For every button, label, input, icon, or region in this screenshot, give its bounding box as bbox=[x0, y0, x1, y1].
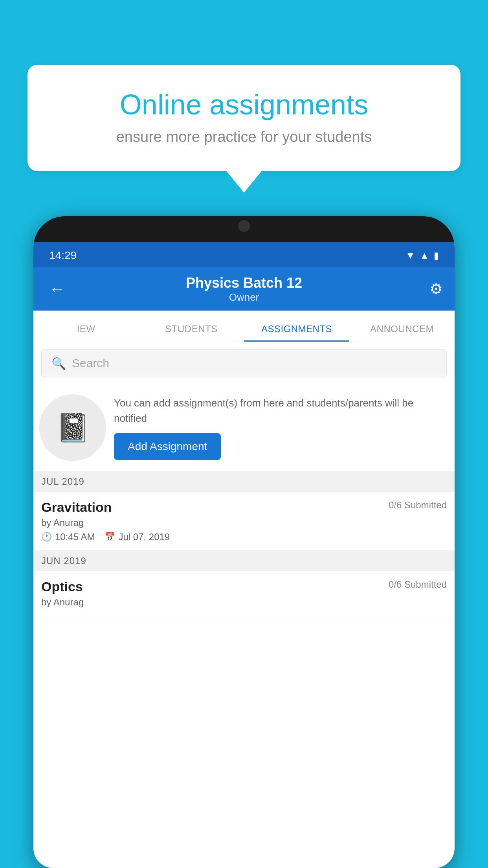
app-bar: ← Physics Batch 12 Owner ⚙ bbox=[33, 267, 455, 311]
battery-icon: ▮ bbox=[434, 250, 439, 261]
promo-content: You can add assignment(s) from here and … bbox=[114, 395, 447, 460]
phone-frame: 14:29 ▼ ▲ ▮ ← Physics Batch 12 Owner ⚙ I… bbox=[33, 216, 455, 868]
search-bar[interactable]: 🔍 Search bbox=[41, 349, 447, 377]
assignment-by-optics: by Anurag bbox=[41, 597, 447, 608]
status-icons: ▼ ▲ ▮ bbox=[405, 250, 439, 261]
app-bar-title-container: Physics Batch 12 Owner bbox=[69, 275, 419, 303]
assignment-time: 🕐 10:45 AM bbox=[41, 531, 95, 542]
promo-text: You can add assignment(s) from here and … bbox=[114, 395, 447, 426]
section-header-jul: JUL 2019 bbox=[33, 471, 455, 492]
app-bar-title: Physics Batch 12 bbox=[69, 275, 419, 291]
assignment-title: Gravitation bbox=[41, 500, 112, 515]
tab-bar: IEW STUDENTS ASSIGNMENTS ANNOUNCEM bbox=[33, 311, 455, 342]
calendar-icon: 📅 bbox=[105, 532, 115, 542]
assignment-header: Gravitation 0/6 Submitted bbox=[41, 500, 447, 515]
add-assignment-button[interactable]: Add Assignment bbox=[114, 433, 221, 460]
tab-students[interactable]: STUDENTS bbox=[139, 324, 244, 342]
section-header-jun: JUN 2019 bbox=[33, 551, 455, 571]
status-bar: 14:29 ▼ ▲ ▮ bbox=[33, 242, 455, 267]
signal-icon: ▲ bbox=[420, 250, 429, 261]
assignment-submitted: 0/6 Submitted bbox=[389, 500, 447, 511]
assignment-by: by Anurag bbox=[41, 517, 447, 528]
clock-icon: 🕐 bbox=[41, 532, 52, 542]
tab-assignments[interactable]: ASSIGNMENTS bbox=[244, 324, 349, 342]
assignment-header-optics: Optics 0/6 Submitted bbox=[41, 579, 447, 594]
assignment-meta: 🕐 10:45 AM 📅 Jul 07, 2019 bbox=[41, 531, 447, 542]
tab-iew[interactable]: IEW bbox=[33, 324, 139, 342]
tab-announcements[interactable]: ANNOUNCEM bbox=[349, 324, 455, 342]
app-bar-subtitle: Owner bbox=[69, 291, 419, 303]
phone-notch bbox=[209, 216, 279, 236]
speech-bubble-title: Online assignments bbox=[55, 88, 433, 121]
speech-bubble-tail bbox=[226, 171, 262, 193]
table-row[interactable]: Optics 0/6 Submitted by Anurag bbox=[33, 571, 455, 619]
assignment-submitted-optics: 0/6 Submitted bbox=[389, 579, 447, 590]
settings-button[interactable]: ⚙ bbox=[429, 280, 443, 298]
search-container: 🔍 Search bbox=[33, 342, 455, 384]
promo-section: 📓 You can add assignment(s) from here an… bbox=[33, 384, 455, 471]
wifi-icon: ▼ bbox=[405, 250, 415, 261]
speech-bubble-container: Online assignments ensure more practice … bbox=[28, 65, 460, 193]
speech-bubble-subtitle: ensure more practice for your students bbox=[55, 129, 433, 145]
assignment-date: 📅 Jul 07, 2019 bbox=[105, 531, 170, 542]
assignment-title-optics: Optics bbox=[41, 579, 83, 594]
search-placeholder: Search bbox=[72, 357, 109, 370]
table-row[interactable]: Gravitation 0/6 Submitted by Anurag 🕐 10… bbox=[33, 492, 455, 551]
phone-screen: 14:29 ▼ ▲ ▮ ← Physics Batch 12 Owner ⚙ I… bbox=[33, 242, 455, 868]
speech-bubble: Online assignments ensure more practice … bbox=[28, 65, 460, 171]
search-icon: 🔍 bbox=[51, 357, 66, 370]
notebook-icon: 📓 bbox=[56, 412, 90, 444]
phone-camera bbox=[238, 220, 250, 232]
status-time: 14:29 bbox=[49, 249, 77, 262]
back-button[interactable]: ← bbox=[45, 276, 69, 302]
promo-icon-circle: 📓 bbox=[39, 394, 106, 461]
